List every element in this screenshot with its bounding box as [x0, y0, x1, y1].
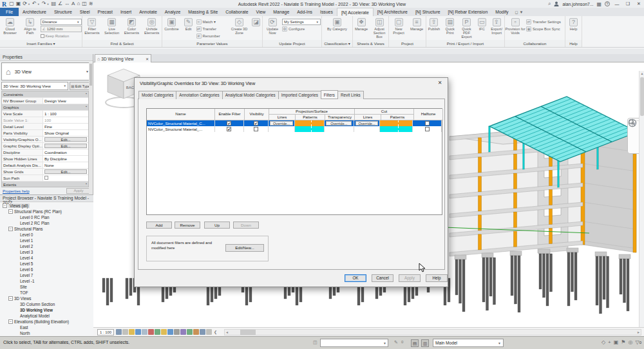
tree-item-level-6[interactable]: Level 6 — [0, 267, 90, 272]
parts-visibility-value[interactable]: Show Original — [43, 130, 88, 136]
tree-item-analytical-model[interactable]: Analytical Model — [0, 313, 90, 319]
dialog-tab-analytical-model-categories[interactable]: Analytical Model Categories — [222, 91, 279, 99]
tool-export-import[interactable]: ⇪Export/ Import — [489, 17, 504, 35]
tool-provision-for-voids[interactable]: ▫Provision for Voids — [505, 17, 526, 35]
panel-label-classification[interactable]: Classification ▾ — [322, 40, 352, 47]
collapse-icon[interactable]: − — [8, 296, 13, 301]
scale-value-1-value[interactable]: 100 — [43, 117, 88, 123]
user-avatar-icon[interactable] — [554, 1, 559, 6]
remove-button[interactable]: Remove — [175, 222, 200, 229]
print-icon[interactable]: ▤ — [51, 1, 56, 7]
worksets-button[interactable]: ▤ — [411, 339, 419, 347]
panel-label-sheets-views[interactable]: Sheets & Views — [353, 40, 388, 47]
ribbon-tab-precast[interactable]: Precast — [94, 8, 117, 16]
render-icon[interactable] — [148, 329, 154, 335]
override-button[interactable]: Override... — [355, 121, 379, 126]
panel-label-print-export-import[interactable]: Print / Export / Import — [426, 40, 504, 47]
search-icon[interactable]: ⌕ — [548, 1, 551, 7]
worksharing-display-icon[interactable] — [187, 329, 193, 335]
tree-item-level-5[interactable]: Level 5 — [0, 261, 90, 267]
pattern-swatch[interactable] — [380, 126, 412, 132]
tool-help[interactable]: ?Help — [566, 17, 582, 31]
ribbon-tab-analyze[interactable]: Analyze — [161, 8, 185, 16]
sync-icon[interactable]: ⟳ — [23, 1, 27, 7]
edit-new-button[interactable]: Edit/New... — [225, 244, 264, 252]
tool-unhide-elements[interactable]: ◎Unhide Elements — [142, 17, 162, 35]
tree-item-level-1[interactable]: Level -1 — [0, 278, 90, 284]
ribbon-tab-view[interactable]: View — [252, 8, 270, 16]
pattern-swatch[interactable] — [295, 126, 324, 132]
collapse-icon[interactable]: − — [8, 319, 13, 324]
sun-path-icon[interactable] — [135, 329, 141, 335]
tree-item-level-4[interactable]: Level 4 — [0, 255, 90, 261]
ribbon-tab-architecture[interactable]: Architecture — [19, 8, 50, 16]
detail-level-value[interactable]: Fine — [43, 124, 88, 129]
ribbon-tab-overflow[interactable]: ◻▼ — [513, 8, 524, 16]
ok-button[interactable]: OK — [345, 274, 366, 282]
open-icon[interactable]: ▢ — [9, 1, 14, 7]
apply-button[interactable]: Apply — [66, 188, 91, 194]
property-section-constraints[interactable]: Constraints▪ — [2, 91, 88, 98]
tool-cloud-browser[interactable]: ☁Cloud Browser — [1, 17, 20, 35]
tool-by-category[interactable]: ▣By Category — [325, 17, 350, 31]
redo-icon[interactable]: ↷ — [42, 1, 46, 7]
press-drag-icon[interactable]: + — [608, 339, 611, 345]
tool-update-now[interactable]: ⟳Update Now — [263, 17, 281, 35]
filter-icon[interactable]: ▽0 — [636, 339, 642, 345]
tool-zone-box-icon[interactable]: ◪ — [251, 17, 262, 27]
tree-item-structural-plans-rc-plan[interactable]: −Structural Plans (RC Plan) — [0, 209, 90, 214]
tree-item-elevations-building-elevation[interactable]: −Elevations (Building Elevation) — [0, 319, 90, 325]
tool-transfer-settings[interactable]: ⇌Transfer Settings — [526, 19, 565, 25]
visibility-checkbox[interactable]: ✔ — [254, 121, 258, 126]
close-view-icon[interactable]: ✕ — [146, 57, 149, 61]
app-store-icon[interactable]: ▦ — [596, 1, 601, 7]
tree-item-level-0[interactable]: Level 0 — [0, 232, 90, 238]
cancel-button[interactable]: Cancel — [372, 274, 393, 282]
analytical-model-icon[interactable] — [200, 329, 205, 335]
collapse-icon[interactable]: − — [3, 203, 7, 208]
ribbon-tab-massing-site[interactable]: Massing & Site — [184, 8, 222, 16]
view-tab-3d-working-view[interactable]: ⌂ 3D Working View ✕ — [95, 54, 151, 62]
crop-view-icon[interactable] — [155, 329, 160, 335]
tree-item-site[interactable]: Site — [0, 284, 90, 290]
editable-only-icon[interactable]: ✎ — [394, 340, 398, 345]
halftone-checkbox[interactable] — [425, 121, 430, 126]
enable-filter-checkbox[interactable]: ✔ — [227, 121, 231, 126]
tool-transfer[interactable]: ⇄Transfer — [196, 26, 229, 32]
revit-logo-icon[interactable]: R — [2, 1, 6, 8]
tool-renumber[interactable]: #Renumber — [196, 33, 229, 39]
tree-item-3d-working-view[interactable]: 3D Working View — [0, 307, 90, 313]
show-hidden-lines-value[interactable]: By Discipline — [43, 156, 88, 162]
panel-label-project[interactable]: Project — [389, 40, 426, 47]
keep-rotation-checkbox[interactable]: Keep Rotation — [41, 33, 82, 39]
tool-scope-box-sync[interactable]: ◉Scope Box Sync — [526, 26, 565, 32]
visibility-checkbox[interactable] — [254, 127, 258, 131]
tool-align-to-path[interactable]: ↳Align to Path — [21, 17, 40, 35]
panel-label-parameter-values[interactable]: Parameter Values — [162, 40, 262, 47]
tool-manage[interactable]: ≡Manage — [408, 17, 425, 31]
edit-type-button[interactable]: ▦Edit Type — [70, 82, 91, 90]
dimension-icon[interactable]: ↔ — [64, 1, 70, 7]
visibility-graphics-o-edit-button[interactable]: Edit... — [44, 137, 87, 142]
panel-label-insert-families[interactable]: Insert Families ▾ — [0, 40, 82, 47]
visual-style-icon[interactable] — [129, 329, 135, 335]
property-section-graphics[interactable]: Graphics▪ — [2, 104, 88, 111]
distance-select[interactable]: Distance▼ — [41, 19, 82, 25]
constraints-icon[interactable] — [206, 329, 212, 335]
tree-item-east[interactable]: East — [0, 325, 90, 330]
active-workset-select[interactable]: ▼ — [320, 339, 388, 347]
sun-path-checkbox[interactable] — [44, 176, 48, 180]
type-selector[interactable]: ⌂ 3D View ▼ — [1, 62, 91, 80]
ribbon-tab-n-accelerate[interactable]: [N] Accelerate — [337, 8, 374, 16]
tool-live-selection[interactable]: ▦Live Selection — [102, 17, 122, 35]
help-icon[interactable]: ? — [605, 1, 610, 6]
reveal-hidden-icon[interactable] — [180, 329, 186, 335]
properties-help-link[interactable]: Properties help — [3, 189, 30, 193]
discipline-value[interactable]: Coordination — [43, 149, 88, 155]
tool-match[interactable]: ≈Match ▾ — [196, 19, 229, 25]
ribbon-tab-n-structure[interactable]: [N] Structure — [412, 8, 444, 16]
pattern-swatch[interactable] — [295, 120, 324, 126]
override-button[interactable]: Override... — [270, 121, 293, 126]
tree-item-level-2-rc-plan[interactable]: Level 2 RC Plan — [0, 220, 90, 226]
measure-icon[interactable]: ∠ — [58, 1, 62, 7]
